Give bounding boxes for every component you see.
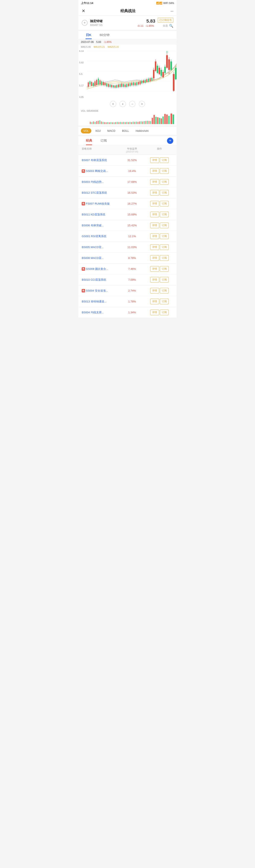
strategy-link-9[interactable]: BS008 MACD震... bbox=[82, 256, 104, 260]
add-stock-button[interactable]: + bbox=[82, 20, 88, 26]
strategy-link-13[interactable]: BS013 肯特纳通道... bbox=[82, 300, 106, 304]
subscribe-button-4[interactable]: 订阅 bbox=[160, 201, 169, 207]
strategy-actions-6: 详情 订阅 bbox=[146, 222, 173, 228]
detail-button-4[interactable]: 详情 bbox=[150, 201, 159, 207]
scroll-right-button[interactable]: > bbox=[139, 101, 145, 107]
strategy-link-11[interactable]: BS010 CCI震荡系统 bbox=[82, 278, 106, 282]
detail-button-0[interactable]: 详情 bbox=[150, 157, 159, 163]
table-header: 策略名称 年收益率 (2023-07-05) 操作 bbox=[78, 145, 177, 155]
svg-rect-134 bbox=[128, 122, 129, 124]
strategy-rate-3: 16.53% bbox=[118, 191, 146, 194]
subscribe-button-13[interactable]: 订阅 bbox=[160, 299, 169, 304]
svg-rect-127 bbox=[117, 122, 118, 124]
col-header-action: 操作 bbox=[146, 147, 173, 153]
add-strategy-button[interactable]: + bbox=[167, 137, 173, 144]
strategy-name-13: BS013 肯特纳通道... bbox=[82, 300, 118, 304]
tab-kdj[interactable]: KDJ bbox=[93, 128, 103, 133]
subscribe-button-7[interactable]: 订阅 bbox=[160, 234, 169, 239]
tab-daily[interactable]: 日K bbox=[82, 31, 96, 39]
more-icon[interactable]: ··· bbox=[170, 8, 173, 13]
tab-classic[interactable]: 经典 bbox=[82, 136, 96, 145]
search-icon[interactable]: 🔍 bbox=[169, 24, 173, 28]
tab-macd[interactable]: MACD bbox=[105, 128, 118, 133]
strategy-link-5[interactable]: BS011 KD震荡系统 bbox=[82, 213, 105, 216]
strategy-name-6: BS006 布林突破... bbox=[82, 224, 118, 227]
strategy-link-2[interactable]: BS003 均线趋势... bbox=[82, 180, 104, 184]
svg-rect-133 bbox=[126, 122, 127, 124]
strategy-link-4[interactable]: FS007 RUMI改良版 bbox=[86, 202, 110, 206]
strategy-name-9: BS008 MACD震... bbox=[82, 256, 118, 260]
detail-button-12[interactable]: 详情 bbox=[150, 288, 159, 293]
strategy-link-6[interactable]: BS006 布林突破... bbox=[82, 224, 104, 227]
subscribe-button-1[interactable]: 订阅 bbox=[160, 168, 169, 174]
strategy-name-10: 热 GS008 颜比复合... bbox=[82, 267, 118, 271]
change-pct: -1.85% bbox=[146, 24, 154, 27]
tab-60min[interactable]: 60分钟 bbox=[96, 31, 114, 39]
detail-button-13[interactable]: 详情 bbox=[150, 299, 159, 304]
list-item: BS013 肯特纳通道... 1.78% 详情 订阅 bbox=[78, 296, 177, 307]
detail-button-14[interactable]: 详情 bbox=[150, 310, 159, 315]
detail-button-7[interactable]: 详情 bbox=[150, 234, 159, 239]
tab-subscribed[interactable]: 订阅 bbox=[96, 136, 111, 145]
strategy-link-14[interactable]: BS004 均线支撑... bbox=[82, 311, 104, 314]
strategy-link-10[interactable]: GS008 颜比复合... bbox=[86, 267, 108, 271]
strategy-rate-13: 1.78% bbox=[118, 300, 146, 303]
subscribe-button-0[interactable]: 订阅 bbox=[160, 157, 169, 163]
strategy-section: 经典 订阅 + 策略名称 年收益率 (2023-07-05) 操作 BS007 … bbox=[78, 136, 177, 318]
strategy-link-7[interactable]: GS001 RSI背离系统 bbox=[82, 235, 106, 238]
subscribe-button-2[interactable]: 订阅 bbox=[160, 179, 169, 185]
subscribe-signal-button[interactable]: 已订阅信号 bbox=[158, 18, 173, 23]
strategy-rate-9: 8.78% bbox=[118, 256, 146, 259]
zoom-out-button[interactable]: < bbox=[110, 101, 116, 107]
strategy-link-0[interactable]: BS007 布林震荡系统 bbox=[82, 158, 107, 162]
svg-rect-111 bbox=[91, 122, 92, 124]
strategy-link-8[interactable]: BS005 MACD背... bbox=[82, 245, 104, 249]
stock-info: 驰宏锌锗 600497.SS bbox=[90, 19, 122, 27]
strategy-rate-11: 7.09% bbox=[118, 278, 146, 281]
detail-button-3[interactable]: 详情 bbox=[150, 190, 159, 195]
detail-button-2[interactable]: 详情 bbox=[150, 179, 159, 185]
detail-button-8[interactable]: 详情 bbox=[150, 244, 159, 250]
strategy-rate-10: 7.46% bbox=[118, 267, 146, 271]
subscribe-button-6[interactable]: 订阅 bbox=[160, 222, 169, 228]
subscribe-button-9[interactable]: 订阅 bbox=[160, 255, 169, 261]
subscribe-button-3[interactable]: 订阅 bbox=[160, 190, 169, 195]
svg-rect-117 bbox=[101, 122, 102, 124]
list-item: BS010 CCI震荡系统 7.09% 详情 订阅 bbox=[78, 274, 177, 285]
close-icon[interactable]: ✕ bbox=[82, 8, 85, 13]
tab-boll[interactable]: BOLL bbox=[120, 128, 131, 133]
svg-rect-145 bbox=[145, 121, 146, 124]
ma20-label: MA20:5.15 bbox=[108, 45, 119, 48]
detail-button-1[interactable]: 详情 bbox=[150, 168, 159, 174]
subscribe-button-5[interactable]: 订阅 bbox=[160, 212, 169, 217]
strategy-link-1[interactable]: SS003 网格交易... bbox=[86, 169, 108, 173]
stock-header: + 驰宏锌锗 600497.SS 5.83 -0.11 -1.85% 已订阅信号… bbox=[78, 16, 177, 30]
strategy-link-12[interactable]: SS004 安全追涨... bbox=[86, 289, 108, 292]
strategy-rate-6: 15.42% bbox=[118, 224, 146, 227]
svg-rect-114 bbox=[96, 121, 97, 124]
svg-rect-119 bbox=[104, 122, 105, 124]
detail-button-9[interactable]: 详情 bbox=[150, 255, 159, 261]
tab-heikinashi[interactable]: HeikinAshi bbox=[133, 128, 151, 133]
strategy-link-3[interactable]: BS012 STC震荡系统 bbox=[82, 191, 107, 195]
tab-vol[interactable]: VOL bbox=[81, 128, 91, 133]
detail-button-10[interactable]: 详情 bbox=[150, 266, 159, 272]
strategy-rate-0: 31.52% bbox=[118, 159, 146, 162]
subscribe-button-11[interactable]: 订阅 bbox=[160, 277, 169, 283]
price-label-4: 5.17 bbox=[79, 84, 84, 87]
detail-button-11[interactable]: 详情 bbox=[150, 277, 159, 283]
strategy-name-5: BS011 KD震荡系统 bbox=[82, 213, 118, 216]
detail-button-6[interactable]: 详情 bbox=[150, 222, 159, 228]
subscribe-button-14[interactable]: 订阅 bbox=[160, 310, 169, 315]
detail-button-5[interactable]: 详情 bbox=[150, 212, 159, 217]
subscribe-button-8[interactable]: 订阅 bbox=[160, 244, 169, 250]
svg-rect-125 bbox=[114, 122, 115, 124]
stock-code: 600497.SS bbox=[90, 24, 122, 27]
subscribe-button-10[interactable]: 订阅 bbox=[160, 266, 169, 272]
scroll-left-button[interactable]: − bbox=[129, 101, 135, 107]
strategy-actions-3: 详情 订阅 bbox=[146, 190, 173, 195]
volume-svg bbox=[81, 113, 174, 125]
strategy-actions-5: 详情 订阅 bbox=[146, 212, 173, 217]
zoom-in-button[interactable]: + bbox=[120, 101, 126, 107]
subscribe-button-12[interactable]: 订阅 bbox=[160, 288, 169, 293]
